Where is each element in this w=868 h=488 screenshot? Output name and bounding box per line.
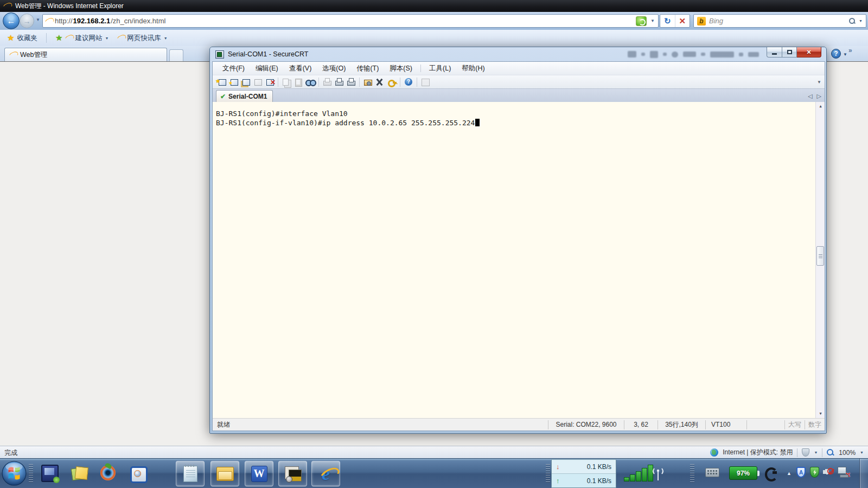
menu-edit[interactable]: 编辑(E) (250, 62, 284, 75)
battery-indicator[interactable]: 97% (729, 466, 757, 480)
taskbar-button-securecrt[interactable] (278, 461, 307, 486)
ie-help-button[interactable]: ? (831, 49, 841, 59)
menu-script[interactable]: 脚本(S) (384, 62, 418, 75)
upload-arrow-icon: ↑ (556, 477, 560, 485)
search-icon[interactable] (848, 17, 856, 24)
show-hidden-icons-button[interactable]: ▲ (787, 471, 792, 476)
securecrt-menubar: 文件(F) 编辑(E) 查看(V) 选项(O) 传输(T) 脚本(S) 工具(L… (213, 62, 825, 75)
scrollbar-thumb[interactable] (816, 246, 824, 266)
overlay-ghost-icons (628, 50, 759, 59)
find-icon[interactable] (305, 77, 316, 87)
sticky-notes-icon[interactable] (71, 465, 88, 482)
search-input[interactable]: Bing (709, 17, 845, 25)
network-speed-widget[interactable]: ↓ 0.1 KB/s ↑ 0.1 KB/s (551, 459, 616, 488)
suggested-sites-button[interactable]: ★ 建议网站 ▼ (53, 31, 111, 44)
tab-scroll-left-icon[interactable]: ◁ (808, 93, 812, 100)
word-icon: W (251, 466, 267, 482)
menu-tools[interactable]: 工具(L) (424, 62, 456, 75)
vmware-icon[interactable] (129, 465, 146, 482)
web-slices-label: 网页快讯库 (127, 34, 161, 43)
zoom-dropdown[interactable]: ▼ (860, 451, 864, 454)
address-dropdown[interactable]: ▼ (649, 18, 656, 23)
tab-web-admin[interactable]: Web管理 (4, 48, 167, 61)
stop-button[interactable]: ✕ (675, 15, 690, 27)
url-host: 192.168.2.1 (73, 17, 111, 25)
print-icon (322, 77, 333, 87)
internet-explorer-icon: e (322, 466, 330, 482)
search-box[interactable]: b Bing ▼ (693, 14, 866, 28)
taskbar: W e ↓ 0.1 KB/s ↑ 0.1 KB/s 97% ▲ A ✕ (0, 458, 868, 488)
menu-help[interactable]: 帮助(H) (456, 62, 490, 75)
connect-in-tab-icon[interactable] (240, 77, 251, 87)
terminal-area[interactable]: BJ-RS1(config)#interface Vlan10 BJ-RS1(c… (213, 102, 825, 418)
search-options-dropdown[interactable]: ▼ (859, 19, 863, 23)
session-tab-serial-com1[interactable]: ✔ Serial-COM1 (216, 90, 273, 102)
status-caps-lock: 大写 (784, 420, 805, 429)
new-tab-button[interactable] (169, 49, 183, 61)
key-generator-icon[interactable] (386, 77, 397, 87)
network-status-icon[interactable]: ✕ (838, 467, 850, 478)
menu-view[interactable]: 查看(V) (284, 62, 317, 75)
back-button[interactable]: ← (3, 12, 20, 29)
antivirus-shield-icon[interactable]: A (796, 467, 806, 478)
signal-strength-widget[interactable] (624, 463, 665, 485)
toolbar-overflow-chevron[interactable]: » (848, 47, 852, 54)
taskbar-button-explorer[interactable] (210, 461, 239, 486)
minimize-button[interactable] (767, 47, 782, 57)
toolbar-overflow-icon[interactable]: ▼ (817, 80, 821, 85)
menu-transfer[interactable]: 传输(T) (351, 62, 384, 75)
taskbar-button-ie[interactable]: e (311, 461, 340, 486)
start-button[interactable] (2, 461, 27, 486)
session-options-icon[interactable] (362, 77, 373, 87)
forward-button[interactable]: → (20, 14, 34, 28)
status-spacer (746, 420, 784, 429)
favorites-button[interactable]: ★ 收藏夹 (4, 31, 40, 44)
securecrt-icon (285, 466, 301, 481)
security-shield-icon[interactable] (810, 467, 819, 478)
scroll-up-icon[interactable]: ▲ (816, 102, 825, 111)
power-plug-icon[interactable] (764, 466, 777, 479)
recent-pages-dropdown[interactable]: ▼ (36, 17, 40, 22)
notepad-icon (183, 466, 197, 482)
quick-connect-icon[interactable] (228, 77, 239, 87)
securecrt-titlebar[interactable]: Serial-COM1 - SecureCRT ✕ (210, 47, 826, 61)
disconnect-icon[interactable] (264, 77, 275, 87)
terminal-scrollbar[interactable]: ▲ ▼ (815, 102, 825, 418)
securecrt-app-icon (215, 50, 224, 59)
taskbar-button-notepad[interactable] (176, 461, 205, 486)
maximize-button[interactable] (782, 47, 797, 57)
internet-zone-icon (710, 448, 718, 457)
volume-muted-icon[interactable] (823, 467, 834, 477)
media-app-icon[interactable] (100, 465, 117, 482)
remote-desktop-icon[interactable] (41, 465, 59, 482)
zoom-level[interactable]: 100% (839, 449, 856, 457)
web-slices-button[interactable]: 网页快讯库 ▼ (114, 32, 170, 44)
smartscreen-dropdown[interactable]: ▼ (814, 451, 818, 454)
taskbar-edge-strip[interactable] (859, 459, 868, 488)
print-setup-icon[interactable] (346, 77, 356, 87)
ie-app-icon (3, 2, 11, 10)
help-icon[interactable] (403, 77, 414, 87)
zoom-icon[interactable] (827, 449, 834, 457)
connect-icon[interactable] (216, 77, 227, 87)
taskbar-grip (690, 464, 694, 484)
address-bar[interactable]: http://192.168.2.1/zh_cn/index.html ▼ (42, 14, 659, 28)
scroll-down-icon[interactable]: ▼ (816, 409, 825, 418)
bing-logo-icon: b (697, 17, 706, 25)
taskbar-grip (29, 464, 33, 484)
reconnect-icon (252, 77, 263, 87)
global-options-icon[interactable] (374, 77, 385, 87)
ie-help-dropdown[interactable]: ▼ (843, 52, 847, 57)
print-eject-icon[interactable] (334, 77, 344, 87)
compatibility-view-icon[interactable] (636, 16, 647, 26)
menu-options[interactable]: 选项(O) (317, 62, 351, 75)
refresh-button[interactable]: ↻ (660, 15, 675, 27)
status-num-lock: 数字 (805, 420, 825, 429)
ie-window-title: Web管理 - Windows Internet Explorer (15, 2, 124, 11)
tab-scroll-right-icon[interactable]: ▷ (817, 93, 821, 100)
smartscreen-icon[interactable] (802, 448, 809, 457)
close-button[interactable]: ✕ (797, 47, 821, 57)
keyboard-tray-icon[interactable] (705, 468, 719, 477)
menu-file[interactable]: 文件(F) (217, 62, 250, 75)
taskbar-button-word[interactable]: W (245, 461, 273, 486)
